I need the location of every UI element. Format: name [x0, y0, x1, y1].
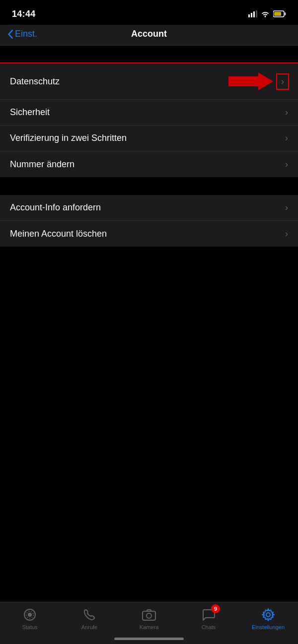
- datenschutz-right: ›: [228, 70, 288, 92]
- list-item-datenschutz[interactable]: Datenschutz ›: [0, 64, 298, 100]
- tab-status[interactable]: Status: [0, 607, 60, 630]
- svg-marker-7: [228, 72, 273, 90]
- chats-badge: 9: [211, 604, 220, 613]
- wifi-icon: [261, 10, 270, 17]
- tab-einstellungen[interactable]: Einstellungen: [238, 607, 298, 630]
- battery-icon: [273, 10, 286, 17]
- home-indicator: [114, 638, 184, 640]
- section-gap-1: [0, 46, 298, 64]
- list-item-sicherheit[interactable]: Sicherheit ›: [0, 100, 298, 126]
- tab-anrufe[interactable]: Anrufe: [60, 607, 119, 630]
- tab-kamera-label: Kamera: [140, 624, 159, 630]
- list-item-label-datenschutz: Datenschutz: [10, 76, 60, 87]
- svg-rect-5: [285, 12, 286, 15]
- back-button[interactable]: Einst.: [8, 29, 37, 39]
- signal-icon: [248, 10, 257, 17]
- chevron-icon-datenschutz: ›: [277, 74, 288, 89]
- list-item-account-info[interactable]: Account-Info anfordern ›: [0, 195, 298, 221]
- tab-kamera[interactable]: Kamera: [119, 607, 179, 630]
- tab-einstellungen-label: Einstellungen: [252, 624, 285, 630]
- phone-icon: [82, 607, 97, 622]
- red-arrow-annotation: [228, 70, 273, 92]
- list-item-label-nummer: Nummer ändern: [10, 159, 74, 170]
- status-icon: [22, 607, 37, 622]
- chevron-icon-nummer: ›: [285, 159, 288, 170]
- list-item-account-loeschen[interactable]: Meinen Account löschen ›: [0, 221, 298, 247]
- camera-icon: [142, 607, 156, 622]
- back-label: Einst.: [15, 29, 37, 39]
- tab-chats-label: Chats: [202, 624, 216, 630]
- list-item-nummer[interactable]: Nummer ändern ›: [0, 151, 298, 177]
- page-title: Account: [131, 29, 167, 39]
- list-section-1: Datenschutz › Sicherheit › Verifizierung…: [0, 64, 298, 177]
- status-icons: [248, 10, 286, 17]
- back-chevron-icon: [8, 30, 13, 39]
- tab-anrufe-label: Anrufe: [81, 624, 97, 630]
- status-time: 14:44: [12, 9, 36, 19]
- section-gap-2: [0, 177, 298, 195]
- list-section-2: Account-Info anfordern › Meinen Account …: [0, 195, 298, 247]
- list-item-verifizierung[interactable]: Verifizierung in zwei Schritten ›: [0, 126, 298, 151]
- svg-rect-1: [251, 13, 252, 17]
- tab-chats[interactable]: 9 Chats: [179, 607, 238, 630]
- svg-point-13: [266, 613, 270, 617]
- tab-status-label: Status: [22, 624, 37, 630]
- svg-rect-11: [143, 611, 155, 620]
- chevron-icon-verifizierung: ›: [285, 133, 288, 143]
- svg-rect-3: [256, 10, 257, 17]
- nav-bar: Einst. Account: [0, 25, 298, 46]
- chevron-icon-account-info: ›: [285, 202, 288, 213]
- chevron-icon-account-loeschen: ›: [285, 229, 288, 239]
- list-item-label-verifizierung: Verifizierung in zwei Schritten: [10, 133, 127, 143]
- list-item-label-account-info: Account-Info anfordern: [10, 202, 101, 213]
- svg-rect-0: [248, 14, 250, 17]
- list-item-label-sicherheit: Sicherheit: [10, 107, 50, 118]
- svg-point-12: [147, 613, 151, 618]
- svg-rect-2: [253, 11, 255, 17]
- svg-point-9: [28, 613, 32, 617]
- svg-rect-6: [274, 12, 281, 16]
- chat-icon: 9: [201, 607, 216, 622]
- list-item-label-account-loeschen: Meinen Account löschen: [10, 229, 107, 239]
- status-bar: 14:44: [0, 0, 298, 25]
- chevron-icon-sicherheit: ›: [285, 107, 288, 118]
- settings-icon: [261, 607, 276, 622]
